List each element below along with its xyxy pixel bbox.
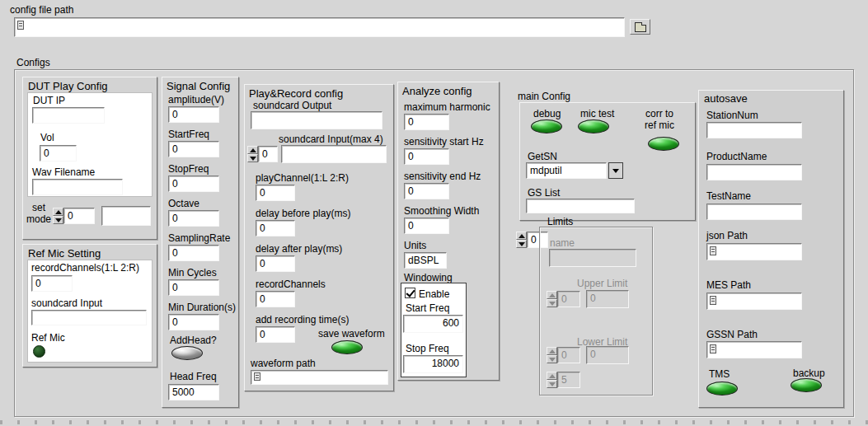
start-freq-input[interactable]: 600: [403, 315, 463, 333]
set-mode-extra-field[interactable]: [101, 206, 151, 226]
testname-input[interactable]: [706, 204, 802, 220]
mes-path-input[interactable]: [706, 293, 802, 310]
path-glyph-icon: [710, 246, 716, 255]
enable-checkbox[interactable]: [405, 288, 415, 298]
smoothing-width-input[interactable]: 0: [404, 218, 449, 234]
getsn-dropdown[interactable]: mdputil: [526, 162, 607, 179]
productname-input[interactable]: [706, 164, 802, 180]
corr-to-ref-mic-button[interactable]: [648, 137, 679, 151]
tms-button[interactable]: [706, 382, 738, 396]
head-freq-input[interactable]: 5000: [168, 384, 219, 400]
gs-list-input[interactable]: [526, 199, 635, 213]
dut-play-config-title: DUT Play Config: [28, 80, 108, 92]
wav-filename-input[interactable]: [32, 179, 123, 195]
addhead-button[interactable]: [171, 346, 203, 360]
increment-icon: [547, 372, 557, 380]
save-waveform-button[interactable]: [331, 340, 363, 354]
increment-icon[interactable]: [53, 208, 63, 216]
addhead-label: AddHead?: [170, 335, 217, 346]
amplitude-input[interactable]: 0: [168, 106, 219, 123]
record-channels-input[interactable]: 0: [31, 275, 73, 292]
lower-limit-spinner2: [547, 372, 557, 388]
soundcard-output-input[interactable]: [251, 111, 382, 129]
set-mode-spinner[interactable]: [53, 208, 63, 224]
decrement-icon[interactable]: [516, 240, 527, 248]
recordchannels-input[interactable]: 0: [256, 291, 295, 307]
vol-label: Vol: [40, 132, 54, 143]
head-freq-label: Head Freq: [170, 371, 217, 382]
path-glyph-icon: [710, 344, 716, 353]
upper-limit-value1: 0: [557, 291, 580, 307]
record-channels-label: recordChannels(1:L 2:R): [31, 262, 139, 274]
increment-icon[interactable]: [516, 232, 527, 240]
path-glyph-icon: [17, 21, 24, 30]
delay-before-play-label: delay before play(ms): [256, 208, 350, 219]
add-recording-time-label: add recording time(s): [256, 314, 349, 325]
delay-before-play-input[interactable]: 0: [256, 220, 295, 236]
horizontal-scrollbar[interactable]: [0, 420, 868, 424]
tms-label: TMS: [709, 368, 730, 380]
mic-test-label: mic test: [580, 108, 614, 119]
playchannel-input[interactable]: 0: [256, 185, 295, 201]
stop-freq-input[interactable]: 18000: [403, 355, 463, 373]
soundcard-input-index-spinner[interactable]: [247, 146, 258, 162]
min-duration-label: Min Duration(s): [168, 302, 236, 313]
stopfreq-input[interactable]: 0: [168, 176, 219, 192]
play-record-config-title: Play&Record config: [249, 87, 343, 100]
min-cycles-input[interactable]: 0: [168, 279, 219, 296]
maximum-harmonic-input[interactable]: 0: [404, 114, 449, 130]
decrement-icon: [547, 355, 557, 363]
startfreq-input[interactable]: 0: [168, 141, 219, 157]
config-file-path-input[interactable]: [14, 17, 625, 37]
mes-path-label: MES Path: [706, 279, 751, 291]
sensitivity-end-label: sensitivity end Hz: [404, 171, 481, 182]
set-mode-input[interactable]: 0: [63, 208, 95, 224]
browse-button[interactable]: [630, 19, 650, 35]
lower-limit-value2: 0: [586, 346, 629, 364]
octave-input[interactable]: 0: [168, 210, 219, 227]
lower-limit-spinner: [547, 347, 557, 363]
stationnum-input[interactable]: [706, 122, 802, 138]
play-record-config-panel: [244, 84, 394, 391]
getsn-dropdown-button[interactable]: [608, 162, 623, 179]
backup-button[interactable]: [791, 378, 822, 392]
autosave-title: autosave: [704, 92, 748, 105]
min-duration-input[interactable]: 0: [168, 314, 219, 330]
ref-soundcard-input-field[interactable]: [31, 310, 147, 325]
decrement-icon: [547, 380, 557, 388]
mic-test-button[interactable]: [578, 119, 609, 133]
sensitivity-end-input[interactable]: 0: [404, 183, 449, 199]
delay-after-play-input[interactable]: 0: [256, 255, 295, 272]
samplingrate-input[interactable]: 0: [168, 245, 219, 261]
chevron-down-icon: [612, 169, 619, 173]
soundcard-input-max4-field[interactable]: [281, 145, 387, 163]
units-input[interactable]: dBSPL: [404, 252, 447, 269]
vol-input[interactable]: 0: [40, 145, 77, 162]
playchannel-label: playChannel(1:L 2:R): [256, 172, 349, 184]
soundcard-input-max4-label: soundcard Input(max 4): [279, 133, 383, 145]
gs-list-label: GS List: [528, 187, 560, 199]
increment-icon[interactable]: [247, 146, 258, 154]
debug-button[interactable]: [531, 119, 562, 133]
save-waveform-label: save waveform: [318, 328, 385, 339]
startfreq-label: StartFreq: [168, 129, 209, 140]
samplingrate-label: SamplingRate: [168, 232, 230, 244]
sensitivity-start-input[interactable]: 0: [404, 148, 449, 165]
json-path-input[interactable]: [706, 243, 802, 260]
backup-label: backup: [793, 367, 825, 379]
soundcard-input-index-value[interactable]: 0: [258, 146, 278, 162]
waveform-path-input[interactable]: [251, 370, 388, 385]
lower-limit-value1: 0: [557, 347, 580, 363]
json-path-label: json Path: [706, 230, 748, 241]
decrement-icon[interactable]: [53, 216, 63, 224]
add-recording-time-input[interactable]: 0: [256, 326, 295, 343]
gssn-path-input[interactable]: [706, 341, 802, 358]
dut-ip-input[interactable]: [32, 107, 105, 124]
path-glyph-icon: [710, 296, 716, 305]
decrement-icon: [547, 299, 557, 307]
decrement-icon[interactable]: [247, 154, 258, 162]
limits-index-spinner[interactable]: [516, 232, 527, 248]
limits-label: Limits: [547, 216, 573, 227]
main-config-title: main Config: [518, 91, 570, 102]
amplitude-label: amplitude(V): [168, 94, 224, 105]
